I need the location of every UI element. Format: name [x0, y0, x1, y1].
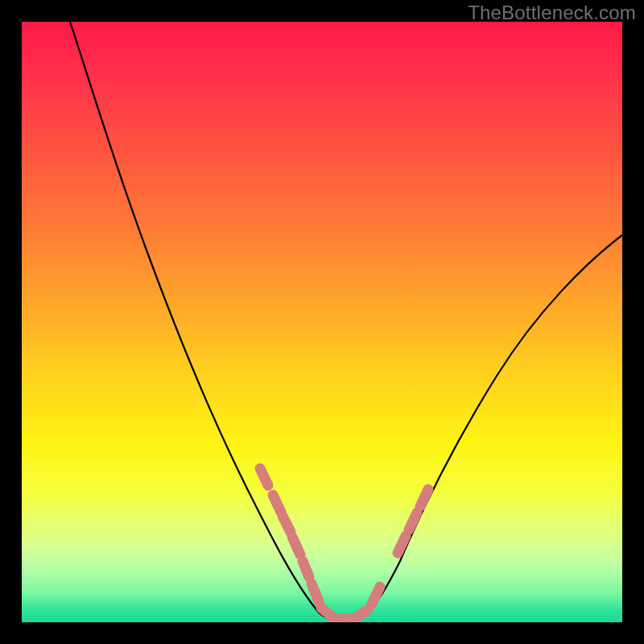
marker-dot — [283, 516, 291, 532]
marker-dot — [420, 489, 428, 506]
marker-dot — [372, 587, 380, 604]
marker-dot — [292, 537, 300, 555]
marker-dot — [273, 495, 281, 512]
marker-dot — [398, 536, 406, 553]
marker-group — [260, 469, 428, 619]
marker-dot — [312, 584, 319, 601]
marker-dot — [321, 608, 332, 617]
marker-dot — [409, 513, 417, 530]
watermark-text: TheBottleneck.com — [468, 2, 636, 24]
chart-frame: TheBottleneck.com — [0, 0, 644, 644]
marker-dot — [357, 609, 368, 617]
marker-dot — [260, 469, 268, 485]
bottleneck-curve — [70, 22, 622, 621]
chart-svg — [22, 22, 622, 622]
plot-area — [22, 22, 622, 622]
marker-dot — [303, 561, 309, 577]
